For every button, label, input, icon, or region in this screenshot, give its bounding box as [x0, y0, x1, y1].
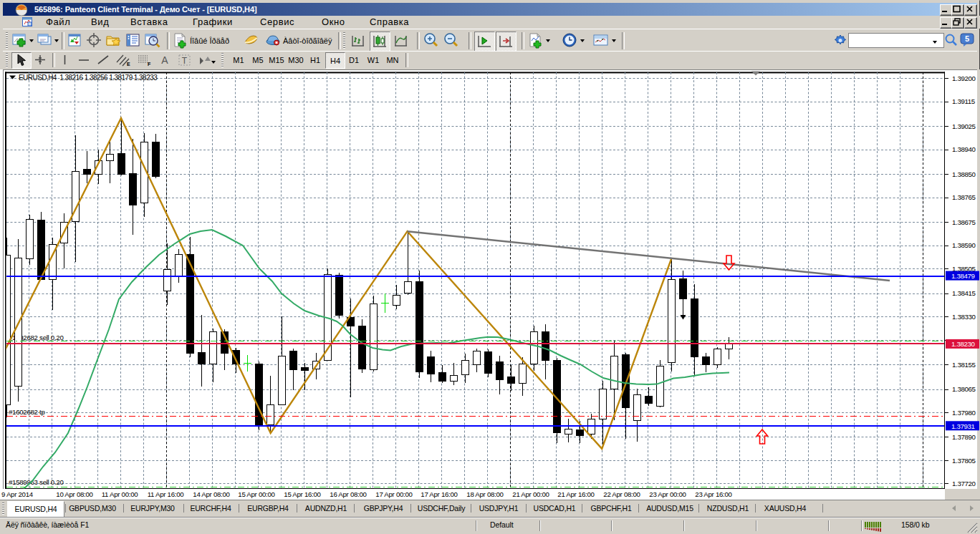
svg-text:9 Apr 2014: 9 Apr 2014 [1, 490, 34, 498]
svg-text:1.38765: 1.38765 [952, 193, 976, 201]
svg-text:23 Apr 00:00: 23 Apr 00:00 [649, 490, 686, 498]
svg-text:1.38479: 1.38479 [951, 272, 975, 280]
svg-text:1.37931: 1.37931 [951, 422, 975, 430]
svg-text:22 Apr 08:00: 22 Apr 08:00 [603, 490, 640, 498]
svg-text:1.38940: 1.38940 [952, 145, 976, 153]
svg-text:1.38230: 1.38230 [951, 340, 976, 348]
svg-text:15 Apr 16:00: 15 Apr 16:00 [284, 490, 321, 498]
svg-text:18 Apr 08:00: 18 Apr 08:00 [466, 490, 504, 498]
svg-text:1.38155: 1.38155 [952, 361, 976, 369]
svg-text:1.37805: 1.37805 [952, 457, 976, 465]
svg-text:1.39025: 1.39025 [952, 122, 976, 130]
svg-text:23 Apr 16:00: 23 Apr 16:00 [695, 490, 732, 498]
svg-text:17 Apr 16:00: 17 Apr 16:00 [421, 490, 458, 498]
svg-text:10 Apr 08:00: 10 Apr 08:00 [56, 490, 93, 498]
svg-text:5: 5 [965, 34, 969, 43]
svg-text:14 Apr 08:00: 14 Apr 08:00 [193, 490, 230, 498]
svg-text:T: T [182, 56, 188, 66]
svg-text:11 Apr 16:00: 11 Apr 16:00 [148, 490, 185, 498]
svg-text:21 Apr 00:00: 21 Apr 00:00 [512, 490, 549, 498]
svg-text:E: E [127, 62, 130, 67]
svg-text:1.38590: 1.38590 [952, 241, 976, 249]
svg-text:15 Apr 00:00: 15 Apr 00:00 [238, 490, 275, 498]
svg-text:1.39115: 1.39115 [952, 97, 975, 105]
svg-text:#1589963 sell 0.20: #1589963 sell 0.20 [9, 478, 64, 486]
svg-text:17 Apr 00:00: 17 Apr 00:00 [375, 490, 413, 498]
svg-text:1.39200: 1.39200 [952, 74, 976, 82]
svg-text:1.37720: 1.37720 [952, 480, 976, 487]
svg-text:F: F [148, 62, 151, 67]
svg-text:1.38415: 1.38415 [952, 289, 976, 297]
svg-text:1.37890: 1.37890 [952, 433, 976, 441]
svg-text:1.38675: 1.38675 [952, 218, 976, 226]
svg-text:11 Apr 00:00: 11 Apr 00:00 [102, 490, 139, 498]
svg-text:A: A [161, 54, 168, 66]
svg-text:1.38065: 1.38065 [952, 385, 976, 393]
svg-text:1.38330: 1.38330 [952, 313, 976, 321]
svg-text:#1602682 tp: #1602682 tp [9, 408, 45, 416]
svg-text:1.38850: 1.38850 [952, 170, 976, 178]
svg-text:1.37980: 1.37980 [952, 409, 976, 417]
svg-text:21 Apr 16:00: 21 Apr 16:00 [557, 490, 595, 498]
svg-text:EURUSD,H4 1.38216 1.38256 1.3: EURUSD,H4 1.38216 1.38256 1.38179 1.3823… [19, 74, 158, 82]
svg-text:16 Apr 08:00: 16 Apr 08:00 [330, 490, 367, 498]
